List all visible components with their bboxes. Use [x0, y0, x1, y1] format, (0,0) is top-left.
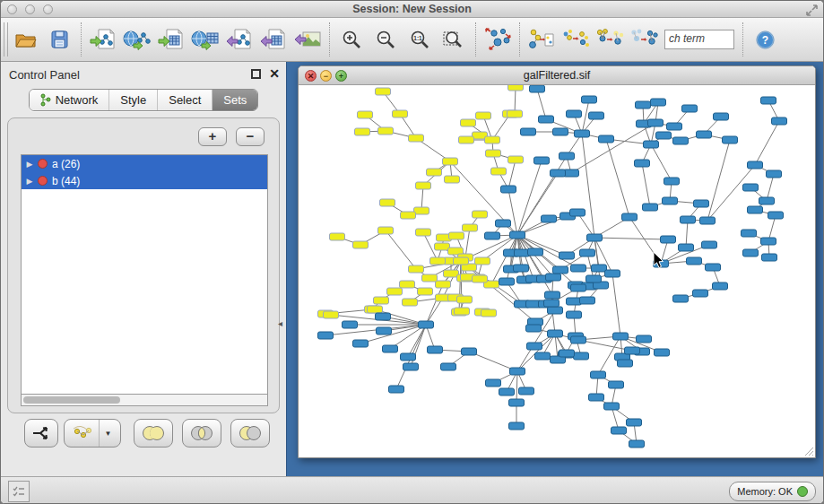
graph-node[interactable] [679, 244, 694, 251]
intersect-sets-button[interactable] [182, 419, 221, 448]
sets-list[interactable]: ▶a (26)▶b (44) [21, 154, 268, 395]
graph-node[interactable] [673, 295, 689, 302]
graph-node[interactable] [507, 110, 523, 117]
horizontal-scrollbar[interactable] [21, 395, 268, 406]
splitter-collapse-arrow[interactable]: ◂ [278, 318, 282, 328]
graph-node[interactable] [605, 270, 620, 277]
graph-node[interactable] [682, 105, 698, 112]
export-image-icon[interactable] [292, 23, 323, 56]
graph-node[interactable] [508, 85, 524, 91]
graph-node[interactable] [694, 200, 709, 207]
window-titlebar[interactable]: Session: New Session [1, 1, 823, 18]
graph-node[interactable] [559, 350, 575, 357]
graph-node[interactable] [486, 150, 501, 157]
graph-node[interactable] [655, 349, 670, 356]
graph-node[interactable] [481, 309, 497, 317]
import-network-file-icon[interactable] [88, 23, 118, 56]
graph-node[interactable] [389, 386, 404, 393]
graph-node[interactable] [567, 298, 582, 305]
zoom-fit-selected-icon[interactable] [438, 23, 469, 56]
graph-node[interactable] [486, 379, 501, 387]
graph-node[interactable] [475, 257, 490, 265]
toolbar-drag-handle[interactable] [4, 22, 8, 56]
graph-node[interactable] [491, 168, 507, 175]
graph-node[interactable] [702, 241, 717, 248]
graph-node[interactable] [496, 220, 511, 227]
network-window[interactable]: ✕ − + galFiltered.sif [298, 65, 816, 458]
graph-node[interactable] [436, 281, 451, 288]
graph-node[interactable] [681, 216, 696, 223]
graph-node[interactable] [534, 157, 550, 164]
graph-node[interactable] [473, 211, 488, 218]
graph-node[interactable] [772, 117, 787, 125]
graph-node[interactable] [368, 306, 383, 313]
graph-node[interactable] [318, 332, 334, 339]
graph-node[interactable] [528, 248, 543, 256]
zoom-out-icon[interactable] [370, 23, 401, 56]
graph-node[interactable] [355, 128, 370, 135]
graph-node[interactable] [748, 206, 763, 213]
graph-node[interactable] [416, 229, 431, 236]
memory-status-button[interactable]: Memory: OK [729, 482, 816, 501]
graph-node[interactable] [627, 419, 642, 426]
graph-node[interactable] [393, 110, 408, 117]
graph-node[interactable] [693, 290, 708, 297]
set-row[interactable]: ▶a (26) [22, 155, 267, 172]
graph-node[interactable] [422, 274, 438, 282]
graph-node[interactable] [443, 158, 458, 165]
graph-node[interactable] [476, 112, 491, 119]
graph-node[interactable] [553, 266, 568, 274]
help-icon[interactable]: ? [750, 23, 780, 56]
create-set-from-selection-button[interactable]: ▼ [64, 419, 121, 448]
graph-node[interactable] [586, 275, 602, 282]
graph-node[interactable] [509, 399, 525, 406]
graph-node[interactable] [591, 371, 606, 378]
zoom-in-icon[interactable] [336, 23, 367, 56]
tab-network[interactable]: Network [30, 90, 110, 110]
graph-node[interactable] [714, 113, 729, 120]
graph-node[interactable] [444, 270, 459, 277]
graph-node[interactable] [613, 333, 629, 340]
tab-select[interactable]: Select [158, 90, 213, 110]
graph-node[interactable] [454, 257, 469, 265]
graph-node[interactable] [548, 330, 563, 337]
remove-set-button[interactable]: − [236, 127, 265, 146]
scrollbar-thumb[interactable] [23, 396, 120, 404]
graph-node[interactable] [418, 288, 433, 295]
graph-node[interactable] [611, 427, 627, 434]
network-canvas[interactable] [299, 85, 815, 457]
graph-node[interactable] [700, 217, 716, 224]
graph-node[interactable] [401, 212, 416, 219]
graph-node[interactable] [383, 345, 398, 352]
split-set-button[interactable] [24, 419, 58, 448]
graph-node[interactable] [742, 230, 757, 237]
export-network-icon[interactable] [224, 23, 255, 56]
graph-node[interactable] [378, 227, 394, 234]
graph-node[interactable] [324, 311, 339, 318]
graph-node[interactable] [571, 284, 586, 291]
graph-node[interactable] [387, 288, 403, 295]
graph-node[interactable] [403, 299, 418, 306]
graph-node[interactable] [449, 232, 464, 239]
graph-node[interactable] [378, 127, 394, 135]
graph-node[interactable] [762, 254, 777, 261]
graph-node[interactable] [401, 353, 416, 361]
graph-node[interactable] [651, 99, 666, 106]
graph-node[interactable] [485, 136, 500, 143]
graph-node[interactable] [459, 136, 474, 143]
graph-node[interactable] [643, 204, 658, 211]
graph-node[interactable] [527, 343, 542, 350]
graph-node[interactable] [473, 275, 488, 282]
graph-node[interactable] [374, 297, 389, 304]
graph-node[interactable] [743, 249, 759, 256]
graph-node[interactable] [539, 116, 554, 123]
graph-node[interactable] [748, 161, 763, 169]
expander-icon[interactable]: ▶ [22, 177, 38, 186]
graph-node[interactable] [629, 440, 645, 448]
graph-node[interactable] [571, 336, 586, 343]
zoom-1-1-icon[interactable]: 1:1 [404, 23, 435, 56]
graph-node[interactable] [673, 137, 689, 144]
graph-node[interactable] [526, 325, 542, 332]
graph-node[interactable] [510, 368, 525, 375]
graph-node[interactable] [570, 209, 585, 216]
